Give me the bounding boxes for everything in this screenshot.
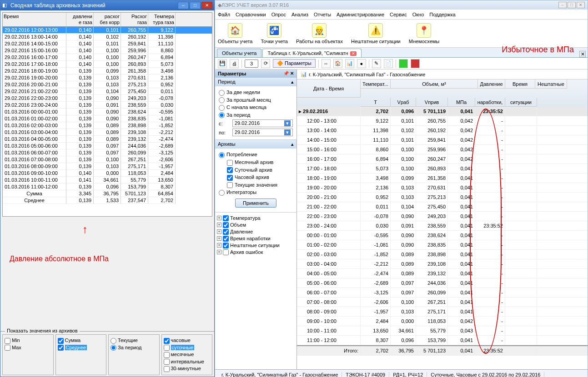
expand-icon[interactable]: + <box>217 250 221 254</box>
rad-last-month[interactable]: За прошлый месяц <box>219 97 293 104</box>
table-row[interactable]: 21:00 - 22:000,0110,104275,4500,041- <box>297 202 588 212</box>
expand-icon[interactable]: + <box>217 223 221 227</box>
rad-two-weeks[interactable]: За две недели <box>219 89 293 96</box>
col-narabotki[interactable]: наработки, <box>475 98 505 107</box>
table-row[interactable]: 01.03.2016 05:00-06:000,1390,097244,036-… <box>3 143 212 149</box>
tree-node[interactable]: + Давление <box>217 229 295 235</box>
table-row[interactable]: 09:00 - 10:002,4840,000118,0530,042- <box>297 317 588 326</box>
rad-current[interactable]: Текущие <box>111 337 157 344</box>
table-row[interactable]: 29.02.2016 20:00-21:000,1390,103275,2130… <box>3 81 212 88</box>
tab-table[interactable]: Таблица г. К-Уральский, "Силикатн✕ <box>262 49 361 57</box>
menu-item[interactable]: Окно <box>412 12 424 17</box>
table-row[interactable]: 18:00 - 19:003,4980,099261,3580,041- <box>297 174 588 183</box>
tree-node[interactable]: + Объем <box>217 222 295 228</box>
tab-objects[interactable]: Объекты учета <box>217 49 261 57</box>
table-row[interactable]: 01.03.2016 07:00-08:000,1390,100267,251-… <box>3 156 212 163</box>
sync-icon[interactable]: ↔ <box>322 59 331 68</box>
table-row[interactable]: 01.03.2016 02:00-03:000,1390,089238,898-… <box>3 122 212 129</box>
col-datetime[interactable]: Дата - Время <box>297 79 361 98</box>
titlebar[interactable]: ◧ Сводная таблица архивных значений – □ … <box>0 0 214 10</box>
tabbar-close-button[interactable]: ✕ <box>579 51 586 57</box>
table-row[interactable]: 01.03.2016 00:00-01:000,1390,090238,624-… <box>3 109 212 115</box>
minimize-button[interactable]: – <box>178 2 189 9</box>
col-worktime-group[interactable]: Время <box>505 79 535 89</box>
date-to[interactable]: 29.02.2016▾ <box>232 129 293 136</box>
table-row[interactable]: 16:00 - 17:006,8940,100260,2470,042- <box>297 154 588 164</box>
status-red-icon[interactable] <box>411 59 420 68</box>
toolbar-item[interactable]: 🏠Объекты учета <box>218 23 252 44</box>
toolbar-item[interactable]: 📍Мнемосхемы <box>409 23 440 44</box>
table-row[interactable]: 12:00 - 13:009,1220,101260,7550,042- <box>297 116 588 126</box>
menu-item[interactable]: Файл <box>218 12 230 17</box>
group-archives[interactable]: Архивы▴ <box>215 140 297 149</box>
toolbar-item[interactable]: 🚰Точки учета <box>261 23 288 44</box>
col-flow-uncorr[interactable]: расхог без корр <box>94 13 121 26</box>
table-row[interactable]: 23:00 - 24:000,0300,091238,5590,04123:35… <box>297 221 588 231</box>
table-row[interactable]: 13:00 - 14:0011,3980,102260,1920,042- <box>297 126 588 135</box>
collapse-icon[interactable]: ▴ <box>291 141 294 147</box>
tree-node[interactable]: + Архив ошибок <box>217 249 295 255</box>
apply-button[interactable]: Применить <box>235 198 276 208</box>
expand-icon[interactable]: + <box>217 243 221 248</box>
table-row[interactable]: 01:00 - 02:00-1,0810,090238,8350,041- <box>297 240 588 250</box>
col-volume-group[interactable]: Объем, м³ <box>391 79 478 89</box>
chk-daily[interactable]: суточные <box>164 345 211 351</box>
menu-item[interactable]: Опрос <box>271 12 286 17</box>
grid-body[interactable]: ▸ 29.02.20162,7020,0965 701,1190,04123:3… <box>297 107 588 369</box>
tab-close-icon[interactable]: ✕ <box>350 51 357 56</box>
rad-month-start[interactable]: С начала месяца <box>219 104 293 111</box>
group-row[interactable]: ▸ 29.02.20162,7020,0965 701,1190,04123:3… <box>297 107 588 116</box>
table-row[interactable]: 01.03.2016 10:00-11:000,14134,66155,7791… <box>3 177 212 184</box>
table-row[interactable]: 02:00 - 03:00-1,8520,089238,8980,041- <box>297 250 588 259</box>
table-row[interactable]: 01.03.2016 06:00-07:000,1390,097260,099-… <box>3 149 212 156</box>
col-pressure[interactable]: давлени е газа <box>66 13 94 26</box>
table-row[interactable]: 01.03.2016 11:00-12:000,1390,096153,7998… <box>3 184 212 190</box>
col-t[interactable]: T <box>361 98 391 107</box>
chk-30min[interactable]: 30-минутные <box>164 366 211 372</box>
minimize-button[interactable]: – <box>558 2 567 8</box>
table-row[interactable]: 14:00 - 15:0011,1100,101259,8410,042- <box>297 135 588 145</box>
chk-hourly-arch[interactable]: Часовой архив <box>227 174 293 181</box>
table-row[interactable]: 01.03.2016 01:00-02:000,1390,090238,835-… <box>3 115 212 122</box>
table-row[interactable]: 00:00 - 01:00-0,5950,090238,6240,041- <box>297 231 588 240</box>
print-icon[interactable]: 🖨 <box>230 59 239 68</box>
rad-period[interactable]: За период <box>111 345 157 351</box>
menu-item[interactable]: Отчеты <box>314 12 331 17</box>
table-row[interactable]: 04:00 - 05:00-2,4740,089239,1320,041- <box>297 269 588 278</box>
col-alarms-group[interactable]: Нештатные <box>535 79 567 89</box>
home-icon[interactable]: 🏠 <box>333 59 342 68</box>
table-row[interactable]: 19:00 - 20:002,1360,103270,6310,041- <box>297 183 588 193</box>
table-row[interactable]: 29.02.2016 12:00-13:000,1400,101260,7559… <box>3 27 212 34</box>
close-button[interactable]: ✕ <box>577 2 585 8</box>
table-row[interactable]: 29.02.2016 17:00-18:000,1400,100260,8935… <box>3 61 212 68</box>
chk-sum[interactable]: Сумма <box>58 337 105 344</box>
table-row[interactable]: 29.02.2016 19:00-20:000,1390,103270,6312… <box>3 74 212 81</box>
expand-icon[interactable]: + <box>217 216 221 220</box>
date-from[interactable]: 29.02.2016▾ <box>232 119 293 127</box>
collapse-icon[interactable]: ▴ <box>291 79 294 85</box>
params-button[interactable]: 🔶 Параметры <box>273 59 316 68</box>
close-button[interactable]: ✕ <box>201 2 212 9</box>
table-row[interactable]: 07:00 - 08:00-2,6060,100267,2510,041- <box>297 298 588 307</box>
toolbar-item[interactable]: ⚠️Нештатные ситуации <box>351 23 401 44</box>
tree-node[interactable]: + Нештатные ситуации <box>217 243 295 248</box>
chk-daily-arch[interactable]: Суточный архив <box>227 167 293 174</box>
table-row[interactable]: 01.03.2016 04:00-05:000,1390,089239,132-… <box>3 136 212 143</box>
table-row[interactable]: 15:00 - 16:008,8600,100259,9960,042- <box>297 145 588 154</box>
table-row[interactable]: 01.03.2016 09:00-10:000,1400,000118,0532… <box>3 170 212 177</box>
menu-item[interactable]: Администрирование <box>337 12 384 17</box>
col-temp-group[interactable]: Температ... <box>361 79 391 89</box>
doc-icon[interactable]: 📄 <box>384 59 393 68</box>
menu-item[interactable]: Сервис <box>390 12 407 17</box>
chk-max[interactable]: Max <box>5 345 51 351</box>
menu-item[interactable]: Справочники <box>236 12 266 17</box>
table-row[interactable]: 05:00 - 06:00-2,6890,097244,0360,041- <box>297 278 588 288</box>
col-vrab[interactable]: Vраб <box>391 98 416 107</box>
table-row[interactable]: 29.02.2016 18:00-19:000,1390,099261,3583… <box>3 68 212 74</box>
table-row[interactable]: 20:00 - 21:000,9520,103275,2130,041- <box>297 193 588 202</box>
col-flow[interactable]: Расхог газа <box>121 13 148 26</box>
tree-node[interactable]: + Температура <box>217 215 295 221</box>
titlebar[interactable]: ◆ ЛЭРС УЧЕТ версия 3.07 R16 – □ ✕ <box>215 0 588 10</box>
chk-monthly[interactable]: месячные <box>164 352 211 358</box>
table-row[interactable]: 29.02.2016 23:00-24:000,1390,091238,5590… <box>3 102 212 109</box>
